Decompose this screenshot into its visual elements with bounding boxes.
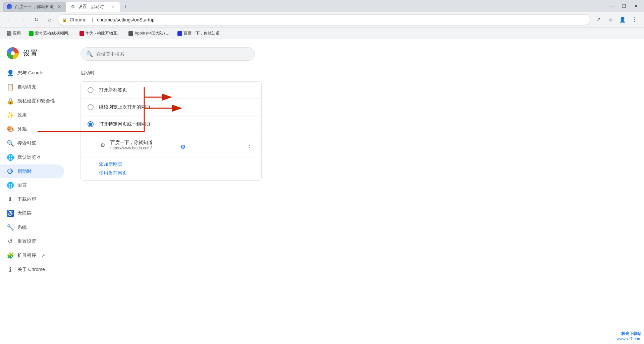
- system-icon: 🔧: [7, 224, 13, 231]
- extension-icon: 🧩: [7, 252, 13, 259]
- restore-button[interactable]: ❐: [619, 1, 629, 11]
- add-page-link[interactable]: 添加新网页: [99, 161, 255, 167]
- tab-favicon-settings: ⚙: [70, 4, 75, 9]
- new-tab-button[interactable]: +: [121, 2, 130, 12]
- bookmark-apps[interactable]: ⠿ 应用: [4, 29, 23, 38]
- content-area: 设置 👤 您与 Google 📋 自动填充 🔒 隐私设置和安全性 ✨ 效果 🎨 …: [0, 39, 644, 344]
- sidebar-item-accessibility[interactable]: ♿ 无障碍: [0, 206, 64, 220]
- autofill-icon: 📋: [7, 83, 13, 91]
- bookmark-baidu[interactable]: 百度一下，你就知道: [175, 29, 222, 38]
- tab-baidu[interactable]: 百度一下，你就知道 ✕: [3, 2, 66, 12]
- sidebar-item-downloads[interactable]: ⬇ 下载内容: [0, 192, 64, 206]
- settings-search-bar[interactable]: 🔍: [80, 47, 255, 61]
- tab-close-baidu[interactable]: ✕: [57, 4, 62, 9]
- refresh-button[interactable]: ↻: [31, 14, 42, 25]
- minimize-button[interactable]: ─: [606, 1, 617, 11]
- sidebar-item-privacy[interactable]: 🔒 隐私设置和安全性: [0, 94, 64, 108]
- tab-close-settings[interactable]: ✕: [110, 4, 116, 9]
- tab-group: 百度一下，你就知道 ✕ ⚙ 设置 - 启动时 ✕ +: [3, 0, 605, 12]
- language-icon: 🌐: [7, 182, 13, 189]
- radio-specific[interactable]: [88, 121, 94, 127]
- title-bar: 百度一下，你就知道 ✕ ⚙ 设置 - 启动时 ✕ + ─ ❐ ✕: [0, 0, 644, 12]
- nav-bar: ← → ↻ ⌂ 🔒 Chrome | chrome://settings/onS…: [0, 12, 644, 28]
- tab-title-settings: 设置 - 启动时: [78, 4, 108, 10]
- address-lock-icon: 🔒: [62, 17, 67, 22]
- sidebar-item-language[interactable]: 🌐 语言: [0, 178, 64, 192]
- sidebar-label-startup: 启动时: [17, 168, 32, 175]
- watermark: 极光下载站 www.xz7.com: [617, 331, 641, 341]
- settings-sidebar: 设置 👤 您与 Google 📋 自动填充 🔒 隐私设置和安全性 ✨ 效果 🎨 …: [0, 39, 67, 344]
- chrome-logo-icon: [7, 47, 19, 59]
- sidebar-item-appearance[interactable]: 🎨 外观: [0, 122, 64, 136]
- bookmark-aiqiyi[interactable]: 爱奇艺·在线视频网...: [26, 29, 74, 38]
- startup-links: 添加新网页 使用当前网页: [81, 157, 261, 180]
- shield-icon: 🔒: [7, 97, 13, 105]
- bookmark-label-apple: Apple (中国大陆) ...: [135, 30, 169, 36]
- radio-continue[interactable]: [88, 104, 94, 110]
- address-url: chrome://settings/onStartup: [97, 17, 586, 22]
- sidebar-item-system[interactable]: 🔧 系统: [0, 220, 64, 234]
- power-icon: ⏻: [7, 168, 13, 175]
- sidebar-item-default-browser[interactable]: 🌐 默认浏览器: [0, 150, 64, 164]
- person-icon: 👤: [7, 69, 13, 77]
- tab-title-baidu: 百度一下，你就知道: [15, 4, 54, 10]
- sidebar-item-effects[interactable]: ✨ 效果: [0, 108, 64, 122]
- back-button[interactable]: ←: [4, 14, 15, 25]
- website-more-button[interactable]: ⋮: [244, 140, 255, 150]
- startup-settings-card: 打开新标签页 继续浏览上次打开的网页 打开特定网页或一组网页 ⚙: [80, 81, 262, 181]
- bookmark-huawei[interactable]: 华为 · 构建万物互...: [77, 29, 123, 38]
- website-item-baidu: ⚙ 百度一下，你就知道 https://www.baidu.com/ ⋮: [99, 137, 255, 153]
- bookmark-apple[interactable]: Apple (中国大陆) ...: [126, 29, 172, 38]
- sidebar-label-extensions: 扩展程序: [17, 253, 36, 259]
- home-button[interactable]: ⌂: [44, 14, 55, 25]
- watermark-line1: 极光下载站: [617, 331, 641, 337]
- section-title: 启动时: [80, 70, 631, 76]
- sidebar-label-downloads: 下载内容: [17, 196, 36, 202]
- bookmarks-bar: ⠿ 应用 爱奇艺·在线视频网... 华为 · 构建万物互... Apple (中…: [0, 28, 644, 39]
- tab-favicon-baidu: [7, 4, 12, 9]
- sidebar-label-effects: 效果: [17, 112, 27, 118]
- settings-title: 设置: [23, 48, 38, 58]
- sidebar-item-extensions[interactable]: 🧩 扩展程序 ↗: [0, 249, 64, 263]
- address-bar[interactable]: 🔒 Chrome | chrome://settings/onStartup: [58, 14, 590, 25]
- menu-button[interactable]: ⋮: [629, 14, 640, 25]
- profile-button[interactable]: 👤: [617, 14, 628, 25]
- use-current-link[interactable]: 使用当前网页: [99, 170, 255, 176]
- radio-new-tab[interactable]: [88, 87, 94, 93]
- bookmark-label-baidu: 百度一下，你就知道: [183, 30, 220, 36]
- option-continue[interactable]: 继续浏览上次打开的网页: [81, 99, 261, 116]
- search-bar-icon: 🔍: [86, 51, 93, 57]
- sidebar-label-language: 语言: [17, 182, 27, 188]
- bookmark-favicon-apps: ⠿: [7, 31, 11, 36]
- forward-button[interactable]: →: [17, 14, 28, 25]
- bookmark-favicon-baidu2: [177, 31, 182, 36]
- sidebar-item-google[interactable]: 👤 您与 Google: [0, 66, 64, 80]
- sidebar-label-autofill: 自动填充: [17, 84, 36, 90]
- accessibility-icon: ♿: [7, 210, 13, 217]
- sidebar-item-startup[interactable]: ⏻ 启动时: [0, 164, 64, 178]
- window-controls: ─ ❐ ✕: [606, 1, 641, 11]
- option-new-tab[interactable]: 打开新标签页: [81, 82, 261, 99]
- sidebar-label-google: 您与 Google: [17, 70, 43, 76]
- sidebar-item-autofill[interactable]: 📋 自动填充: [0, 80, 64, 94]
- tab-settings[interactable]: ⚙ 设置 - 启动时 ✕: [66, 2, 120, 12]
- watermark-line2: www.xz7.com: [617, 337, 641, 341]
- search-input[interactable]: [96, 51, 249, 57]
- search-icon: 🔍: [7, 140, 13, 147]
- external-link-icon: ↗: [42, 253, 45, 258]
- website-gear-icon: ⚙: [99, 141, 106, 149]
- info-icon: ℹ: [7, 266, 13, 273]
- share-button[interactable]: ↗: [593, 14, 604, 25]
- bookmark-label-aiqiyi: 爱奇艺·在线视频网...: [35, 30, 71, 36]
- bookmark-button[interactable]: ☆: [605, 14, 616, 25]
- sidebar-item-search[interactable]: 🔍 搜索引擎: [0, 136, 64, 150]
- sidebar-label-appearance: 外观: [17, 126, 27, 132]
- settings-logo: 设置: [0, 45, 67, 66]
- sidebar-item-about[interactable]: ℹ 关于 Chrome: [0, 263, 64, 277]
- chrome-logo-inner: [11, 51, 15, 55]
- address-separator: |: [92, 17, 93, 22]
- option-specific[interactable]: 打开特定网页或一组网页: [81, 116, 261, 133]
- sidebar-label-system: 系统: [17, 224, 27, 230]
- close-button[interactable]: ✕: [631, 1, 641, 11]
- sidebar-item-reset[interactable]: ↺ 重置设置: [0, 234, 64, 249]
